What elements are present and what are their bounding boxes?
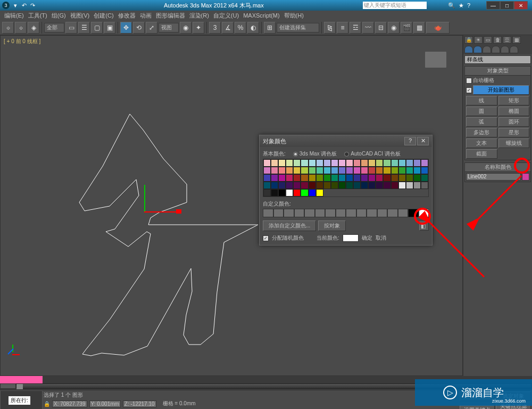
palette-swatch[interactable] [316, 159, 323, 167]
palette-swatch[interactable] [361, 159, 368, 167]
selection-filter-dropdown[interactable]: 全部 [44, 23, 64, 32]
menu-group[interactable]: 组(G) [49, 12, 68, 20]
palette-swatch[interactable] [398, 174, 406, 182]
create-category-dropdown[interactable]: 样条线 [464, 55, 531, 64]
spinner-snap-icon[interactable]: ◐ [247, 22, 259, 34]
percent-snap-icon[interactable]: % [235, 22, 246, 34]
palette-swatch[interactable] [278, 174, 286, 182]
rotate-icon[interactable]: ⟲ [133, 22, 145, 34]
qat-save-icon[interactable]: ▾ [12, 2, 19, 9]
layers2-icon[interactable]: ☲ [503, 36, 511, 44]
palette-swatch[interactable] [353, 174, 361, 182]
palette-aci-radio[interactable] [344, 152, 349, 157]
palette-swatch[interactable] [309, 174, 316, 182]
menu-tools[interactable]: 工具(T) [26, 12, 49, 20]
palette-swatch[interactable] [361, 174, 368, 182]
select-name-icon[interactable]: ☰ [78, 22, 90, 34]
palette-swatch[interactable] [391, 182, 398, 189]
close-button[interactable]: ✕ [514, 1, 528, 10]
palette-swatch[interactable] [271, 189, 278, 197]
palette-swatch[interactable] [286, 174, 293, 182]
favorite-icon[interactable]: ★ [459, 2, 464, 9]
custom-swatch[interactable] [377, 209, 388, 217]
palette-swatch[interactable] [278, 159, 286, 167]
maximize-button[interactable]: □ [500, 1, 514, 10]
palette-swatch[interactable] [368, 174, 376, 182]
help-icon[interactable]: ? [467, 2, 470, 9]
palette-swatch[interactable] [383, 167, 390, 174]
modify-tab[interactable] [473, 46, 482, 53]
utilities-tab[interactable] [510, 46, 518, 53]
palette-swatch[interactable] [376, 167, 383, 174]
palette-swatch[interactable] [263, 189, 271, 197]
palette-swatch[interactable] [331, 174, 338, 182]
custom-swatch[interactable] [263, 209, 273, 217]
palette-swatch[interactable] [316, 189, 323, 197]
custom-swatch[interactable] [284, 209, 294, 217]
link-icon[interactable]: ⟐ [2, 22, 14, 34]
palette-swatch[interactable] [383, 174, 390, 182]
palette-swatch[interactable] [271, 159, 278, 167]
palette-swatch[interactable] [331, 159, 338, 167]
palette-swatch[interactable] [346, 182, 353, 189]
frame-icon[interactable]: ▭ [484, 36, 492, 44]
custom-swatch[interactable] [336, 209, 346, 217]
render-icon[interactable]: 🫖 [426, 22, 450, 34]
object-name-input[interactable]: Line002 [466, 173, 521, 181]
palette-swatch[interactable] [286, 167, 293, 174]
palette-swatch[interactable] [421, 167, 428, 174]
menu-grapheditors[interactable]: 图形编辑器 [154, 12, 187, 20]
cancel-button[interactable]: 取消 [376, 234, 386, 242]
nsel-icon[interactable]: ⊞ [264, 22, 276, 34]
palette-swatch[interactable] [361, 182, 368, 189]
custom-swatch[interactable] [304, 209, 315, 217]
palette-swatch[interactable] [316, 182, 323, 189]
palette-swatch[interactable] [286, 159, 293, 167]
pivot-icon[interactable]: ◉ [180, 22, 192, 34]
palette-swatch[interactable] [413, 167, 421, 174]
palette-swatch[interactable] [331, 167, 338, 174]
palette-swatch[interactable] [421, 182, 428, 189]
palette-swatch[interactable] [316, 174, 323, 182]
select-region-icon[interactable]: ▢ [91, 22, 103, 34]
assign-random-checkbox[interactable]: ✓ [263, 235, 269, 241]
lock-selection-icon[interactable]: 🔒 [44, 401, 50, 407]
custom-swatch[interactable] [346, 209, 356, 217]
helix-button[interactable]: 螺旋线 [498, 138, 530, 148]
palette-swatch[interactable] [383, 182, 390, 189]
palette-swatch[interactable] [271, 167, 278, 174]
palette-swatch[interactable] [323, 159, 331, 167]
palette-swatch[interactable] [309, 167, 316, 174]
circle-button[interactable]: 圆 [466, 107, 497, 116]
palette-swatch[interactable] [376, 182, 383, 189]
ellipse-button[interactable]: 椭圆 [498, 107, 530, 116]
palette-swatch[interactable] [263, 159, 271, 167]
trash-icon[interactable]: 🗑 [493, 36, 502, 44]
add-custom-button[interactable]: 添加自定义颜色... [263, 220, 316, 231]
palette-swatch[interactable] [338, 182, 346, 189]
rollout-header-objtype[interactable]: 对象类型 [465, 67, 530, 76]
palette-swatch[interactable] [413, 174, 421, 182]
palette-swatch[interactable] [406, 182, 413, 189]
move-icon[interactable]: ✥ [120, 22, 132, 34]
custom-swatch[interactable] [387, 209, 398, 217]
motion-tab[interactable] [492, 46, 500, 53]
palette-swatch[interactable] [263, 167, 271, 174]
palette-swatch[interactable] [338, 167, 346, 174]
curve-editor-icon[interactable]: 〰 [362, 22, 374, 34]
dialog-help-button[interactable]: ? [404, 137, 416, 145]
palette-swatch[interactable] [323, 174, 331, 182]
palette-swatch[interactable] [309, 189, 316, 197]
angle-snap-icon[interactable]: ∡ [222, 22, 234, 34]
select-icon[interactable]: ▭ [65, 22, 77, 34]
palette-swatch[interactable] [368, 182, 376, 189]
custom-swatch[interactable] [273, 209, 284, 217]
rendered-frame-icon[interactable]: ▦ [413, 22, 425, 34]
custom-swatch[interactable] [315, 209, 326, 217]
by-object-button[interactable]: 按对象 [318, 220, 346, 231]
palette-swatch[interactable] [346, 167, 353, 174]
ok-button[interactable]: 确定 [362, 234, 372, 242]
palette-swatch[interactable] [323, 182, 331, 189]
palette-swatch[interactable] [391, 174, 398, 182]
palette-swatch[interactable] [286, 189, 293, 197]
